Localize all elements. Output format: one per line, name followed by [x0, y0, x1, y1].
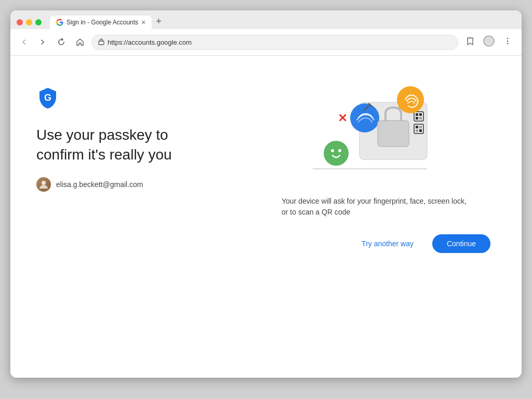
reload-button[interactable]	[54, 36, 69, 48]
illustration-svg: ✕	[282, 82, 448, 185]
maximize-window-button[interactable]	[35, 19, 42, 25]
svg-rect-34	[378, 121, 409, 147]
traffic-lights	[17, 19, 42, 25]
tab-favicon-icon	[56, 19, 63, 26]
svg-rect-27	[419, 129, 422, 132]
active-tab[interactable]: Sign in - Google Accounts ×	[50, 16, 152, 29]
svg-point-3	[507, 41, 508, 42]
svg-rect-26	[416, 129, 418, 132]
bookmark-button[interactable]	[462, 34, 478, 50]
action-buttons: Try another way Continue	[353, 234, 490, 253]
page-content: G Use your passkey to confirm it's reall…	[10, 56, 522, 378]
google-logo: G	[36, 87, 59, 110]
reload-icon	[57, 38, 65, 46]
left-panel: G Use your passkey to confirm it's reall…	[36, 76, 250, 192]
svg-point-4	[507, 43, 508, 44]
menu-icon	[503, 36, 512, 46]
right-panel: ✕	[282, 76, 496, 253]
toolbar-actions	[462, 33, 515, 51]
svg-rect-0	[99, 41, 104, 45]
toolbar: https://accounts.google.com	[10, 29, 522, 56]
tab-title: Sign in - Google Accounts	[66, 19, 138, 26]
home-icon	[76, 38, 84, 46]
svg-point-6	[42, 181, 46, 185]
new-tab-button[interactable]: +	[152, 17, 166, 29]
google-shield-icon: G	[36, 87, 59, 110]
svg-rect-20	[419, 113, 422, 116]
minimize-window-button[interactable]	[26, 19, 32, 25]
continue-button[interactable]: Continue	[432, 234, 490, 253]
svg-rect-25	[419, 126, 422, 128]
back-icon	[20, 38, 28, 46]
svg-point-31	[331, 149, 334, 152]
passkey-illustration: ✕	[282, 82, 448, 185]
svg-rect-22	[419, 117, 422, 119]
browser-window: Sign in - Google Accounts × +	[10, 10, 522, 378]
svg-point-32	[338, 149, 341, 152]
page-heading: Use your passkey to confirm it's really …	[36, 125, 203, 165]
home-button[interactable]	[73, 36, 87, 48]
back-button[interactable]	[17, 36, 31, 48]
profile-icon	[483, 35, 495, 47]
svg-point-30	[324, 141, 349, 166]
forward-icon	[38, 38, 47, 46]
tab-bar: Sign in - Google Accounts × +	[50, 16, 515, 29]
user-chip: elisa.g.beckett@gmail.com	[36, 177, 250, 192]
try-another-button[interactable]: Try another way	[353, 234, 422, 253]
title-bar: Sign in - Google Accounts × +	[10, 10, 522, 29]
menu-button[interactable]	[500, 34, 515, 50]
svg-rect-19	[416, 113, 418, 116]
svg-point-2	[507, 38, 508, 39]
address-bar[interactable]: https://accounts.google.com	[91, 35, 458, 50]
close-window-button[interactable]	[17, 19, 23, 25]
lock-icon	[98, 38, 104, 47]
url-text: https://accounts.google.com	[108, 38, 451, 46]
svg-text:✕: ✕	[338, 112, 347, 125]
user-avatar	[36, 177, 51, 192]
avatar-icon	[38, 179, 49, 190]
svg-point-33	[397, 86, 424, 113]
svg-rect-24	[416, 126, 418, 128]
svg-rect-21	[416, 117, 418, 119]
bookmark-icon	[466, 36, 475, 46]
svg-point-1	[484, 36, 494, 46]
profile-button[interactable]	[480, 33, 498, 51]
user-email: elisa.g.beckett@gmail.com	[56, 180, 143, 189]
svg-text:G: G	[44, 92, 51, 103]
tab-close-button[interactable]: ×	[141, 19, 145, 26]
forward-button[interactable]	[35, 36, 50, 48]
description-text: Your device will ask for your fingerprin…	[282, 196, 469, 218]
